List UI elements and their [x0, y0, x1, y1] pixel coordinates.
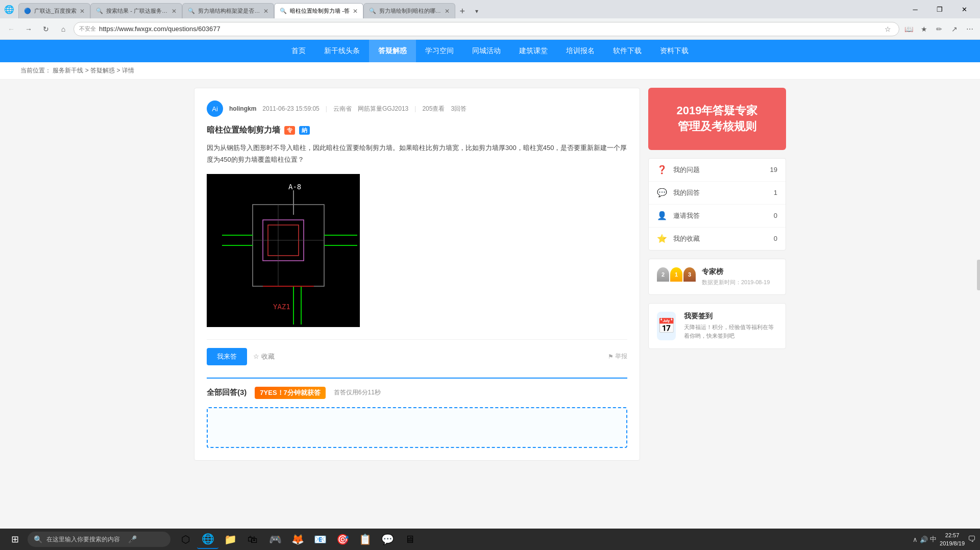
address-input-wrap: 不安全 ☆ — [74, 22, 899, 36]
restore-button[interactable]: ❐ — [928, 1, 951, 17]
tab2-close[interactable]: ✕ — [172, 8, 177, 15]
breadcrumb-item-3[interactable]: 详情 — [122, 67, 134, 74]
software: 网筋算量GGJ2013 — [358, 105, 408, 113]
nav-training[interactable]: 培训报名 — [557, 40, 604, 62]
site-navigation: 首页 新干线头条 答疑解惑 学习空间 同城活动 建筑课堂 培训报名 软件下载 资… — [0, 40, 980, 62]
answer-icon: 💬 — [657, 188, 667, 198]
nav-software[interactable]: 软件下载 — [604, 40, 651, 62]
question-icon: ❓ — [657, 165, 667, 175]
username[interactable]: holingkm — [229, 105, 256, 112]
nav-qa[interactable]: 答疑解惑 — [369, 40, 416, 62]
stats-label-favorites: 我的收藏 — [673, 234, 774, 243]
meta-divider-1: | — [326, 105, 327, 112]
tab-dropdown-button[interactable]: ▾ — [470, 4, 484, 18]
star-icon: ☆ — [253, 353, 259, 360]
stats-row-answers[interactable]: 💬 我的回答 1 — [649, 182, 786, 205]
tab4-title: 暗柱位置绘制剪力墙 -答 — [290, 7, 350, 15]
browser-tab-4[interactable]: 🔍 暗柱位置绘制剪力墙 -答 ✕ — [274, 3, 363, 18]
report-label: 举报 — [615, 352, 627, 361]
reload-button[interactable]: ↻ — [39, 22, 53, 36]
flag-icon: ⚑ — [608, 353, 614, 360]
stats-label-answers: 我的回答 — [673, 188, 774, 197]
question-title-text: 暗柱位置绘制剪力墙 — [207, 125, 280, 136]
tag-zhuan: 专 — [284, 126, 295, 135]
collect-label: 收藏 — [261, 352, 275, 361]
favorites-icon[interactable]: ★ — [918, 23, 930, 35]
tab4-close[interactable]: ✕ — [353, 8, 358, 15]
browser-tab-5[interactable]: 🔍 剪力墙绘制到暗柱的哪个位... ✕ — [363, 3, 455, 18]
breadcrumb-item-2[interactable]: 答疑解惑 — [90, 67, 115, 74]
views-count: 205查看 — [422, 105, 445, 113]
calendar-icon: 📅 — [657, 317, 675, 334]
bookmark-icon[interactable]: ☆ — [881, 23, 894, 35]
forward-button[interactable]: → — [21, 22, 36, 36]
tab3-favicon: 🔍 — [188, 8, 195, 15]
tab5-close[interactable]: ✕ — [445, 8, 450, 15]
tab4-favicon: 🔍 — [280, 8, 287, 15]
tab3-close[interactable]: ✕ — [263, 8, 268, 15]
stats-count-invites: 0 — [774, 212, 777, 219]
answers-count-label: 全部回答(3) — [207, 388, 247, 397]
answer-button[interactable]: 我来答 — [207, 348, 247, 365]
expert-header: 2 1 3 专家榜 数据更新时间：2019-08-19 — [657, 267, 777, 286]
browser-tab-1[interactable]: 🔵 广联达_百度搜索 ✕ — [18, 3, 90, 18]
browser-icon: 🌐 — [4, 5, 14, 14]
tab2-favicon: 🔍 — [96, 8, 103, 15]
report-button[interactable]: ⚑ 举报 — [608, 352, 627, 361]
reader-mode-icon[interactable]: 📖 — [902, 23, 915, 35]
tag-gua: 納 — [299, 126, 310, 135]
nav-learning[interactable]: 学习空间 — [416, 40, 463, 62]
stats-row-questions[interactable]: ❓ 我的问题 19 — [649, 159, 786, 182]
meta-divider-2: | — [414, 105, 416, 112]
signin-desc: 天降福运！积分，经验值等福利在等着你哟，快来签到吧 — [684, 323, 777, 340]
security-label: 不安全 — [79, 25, 96, 33]
collect-button[interactable]: ☆ 收藏 — [253, 352, 275, 361]
stats-count-favorites: 0 — [774, 235, 777, 242]
tab1-close[interactable]: ✕ — [80, 8, 85, 15]
answers-count-meta: 3回答 — [451, 105, 467, 113]
nav-headlines[interactable]: 新干线头条 — [315, 40, 369, 62]
address-bar: ← → ↻ ⌂ 不安全 ☆ 📖 ★ ✏ ↗ ⋯ — [0, 18, 980, 40]
signin-card[interactable]: 📅 我要签到 天降福运！积分，经验值等福利在等着你哟，快来签到吧 — [648, 303, 786, 349]
first-answer-time: 首答仅用6分11秒 — [334, 388, 381, 397]
browser-tab-3[interactable]: 🔍 剪力墙结构框架梁是否以剪... ✕ — [182, 3, 274, 18]
sidebar: 2019年答疑专家管理及考核规则 ❓ 我的问题 19 💬 我的回答 1 👤 邀请… — [648, 88, 786, 461]
home-button[interactable]: ⌂ — [56, 22, 70, 36]
settings-icon[interactable]: ⋯ — [964, 23, 976, 35]
address-input[interactable] — [99, 25, 878, 33]
close-button[interactable]: ✕ — [952, 1, 976, 17]
back-button[interactable]: ← — [4, 22, 18, 36]
nav-classroom[interactable]: 建筑课堂 — [510, 40, 557, 62]
nav-resources[interactable]: 资料下载 — [651, 40, 698, 62]
tab1-favicon: 🔵 — [24, 8, 31, 15]
minimize-button[interactable]: ─ — [903, 1, 927, 17]
stats-row-favorites[interactable]: ⭐ 我的收藏 0 — [649, 228, 786, 250]
stats-label-questions: 我的问题 — [673, 165, 770, 174]
location: 云南省 — [333, 105, 352, 113]
pen-icon[interactable]: ✏ — [933, 23, 945, 35]
stats-row-invites[interactable]: 👤 邀请我答 0 — [649, 205, 786, 228]
content-area: Ai holingkm 2011-06-23 15:59:05 | 云南省 网筋… — [194, 88, 640, 461]
action-bar: 我来答 ☆ 收藏 ⚑ 举报 — [207, 339, 627, 365]
expert-title: 专家榜 — [702, 267, 777, 277]
expert-medals: 2 1 3 — [657, 267, 696, 282]
browser-tab-2[interactable]: 🔍 搜索结果 - 广联达服务新干！ ✕ — [90, 3, 182, 18]
stats-label-invites: 邀请我答 — [673, 211, 774, 220]
svg-text:YAZ1: YAZ1 — [273, 303, 290, 311]
avatar: Ai — [207, 101, 223, 117]
breadcrumb-item-1[interactable]: 服务新干线 — [53, 67, 83, 74]
expert-info: 专家榜 数据更新时间：2019-08-19 — [702, 267, 777, 286]
new-tab-button[interactable]: + — [455, 4, 470, 18]
breadcrumb: 当前位置： 服务新干线 > 答疑解惑 > 详情 — [0, 62, 980, 80]
svg-text:A-8: A-8 — [288, 183, 301, 191]
answer-input-box[interactable] — [207, 407, 627, 448]
signin-text-area: 我要签到 天降福运！积分，经验值等福利在等着你哟，快来签到吧 — [684, 312, 777, 340]
share-icon[interactable]: ↗ — [948, 23, 961, 35]
question-meta: Ai holingkm 2011-06-23 15:59:05 | 云南省 网筋… — [207, 101, 627, 117]
yes-badge-text: 7YES！7分钟就获答 — [255, 387, 325, 399]
tabs-bar: 🔵 广联达_百度搜索 ✕ 🔍 搜索结果 - 广联达服务新干！ ✕ 🔍 剪力墙结构… — [18, 0, 901, 18]
side-panel-hint[interactable] — [977, 260, 980, 290]
nav-home[interactable]: 首页 — [282, 40, 315, 62]
nav-city[interactable]: 同城活动 — [463, 40, 510, 62]
tab2-title: 搜索结果 - 广联达服务新干！ — [106, 7, 168, 15]
